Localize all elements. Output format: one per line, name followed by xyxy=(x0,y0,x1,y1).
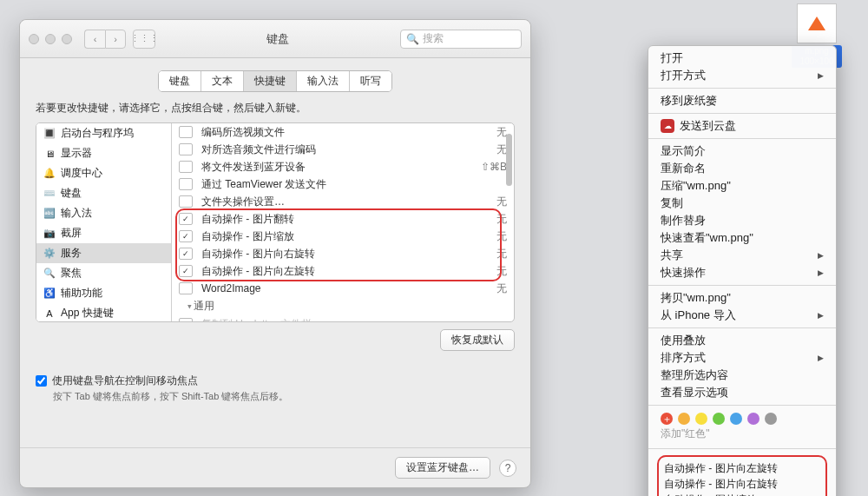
service-name: 自动操作 - 图片翻转 xyxy=(201,212,460,227)
service-row[interactable]: 自动操作 - 图片缩放无 xyxy=(172,228,514,245)
tab-shortcuts[interactable]: 快捷键 xyxy=(244,71,297,91)
menu-get-info[interactable]: 显示简介 xyxy=(648,142,836,160)
service-row[interactable]: 自动操作 - 图片翻转无 xyxy=(172,210,514,228)
category-list[interactable]: 🔳启动台与程序坞🖥显示器🔔调度中心⌨️键盘🔤输入法📷截屏⚙️服务🔍聚焦♿辅助功能… xyxy=(36,123,172,321)
tab-dictation[interactable]: 听写 xyxy=(350,71,391,91)
menu-alias[interactable]: 制作替身 xyxy=(648,212,836,229)
service-row[interactable]: 对所选音频文件进行编码无 xyxy=(172,141,514,158)
service-list[interactable]: 编码所选视频文件无对所选音频文件进行编码无将文件发送到蓝牙设备⇧⌘B通过 Tea… xyxy=(172,123,514,321)
menu-open[interactable]: 打开 xyxy=(648,50,836,67)
separator xyxy=(648,138,836,139)
tag-color[interactable] xyxy=(678,413,690,425)
tag-color[interactable] xyxy=(713,413,725,425)
menu-copy[interactable]: 复制 xyxy=(648,195,836,212)
minimize-icon[interactable] xyxy=(45,34,56,44)
category-item[interactable]: 🔔调度中心 xyxy=(36,163,171,183)
tag-color[interactable] xyxy=(747,413,760,425)
menu-auto-action[interactable]: 自动操作 - 图片向左旋转 xyxy=(664,460,820,476)
menu-share[interactable]: 共享▶ xyxy=(648,247,836,264)
service-checkbox[interactable] xyxy=(179,126,193,138)
tabs: 键盘 文本 快捷键 输入法 听写 xyxy=(20,58,530,101)
tab-selector[interactable]: 键盘 文本 快捷键 输入法 听写 xyxy=(158,70,392,92)
service-name: 自动操作 - 图片向右旋转 xyxy=(201,247,460,261)
keyboard-nav-checkbox[interactable] xyxy=(36,375,47,387)
chevron-right-icon: ▶ xyxy=(818,268,824,277)
tab-keyboard[interactable]: 键盘 xyxy=(159,71,201,91)
back-button[interactable]: ‹ xyxy=(84,30,105,49)
menu-send-cloud[interactable]: ☁发送到云盘 xyxy=(648,117,836,135)
search-placeholder: 搜索 xyxy=(423,31,444,46)
menu-sort-by[interactable]: 排序方式▶ xyxy=(648,349,836,367)
menu-auto-action[interactable]: 自动操作 - 图片向右旋转 xyxy=(664,476,820,492)
category-item[interactable]: ♿辅助功能 xyxy=(36,283,171,303)
category-item[interactable]: 🔤输入法 xyxy=(36,203,171,223)
service-checkbox[interactable] xyxy=(179,230,193,242)
menu-compress[interactable]: 压缩"wm.png" xyxy=(648,177,836,195)
bluetooth-keyboard-button[interactable]: 设置蓝牙键盘… xyxy=(395,457,490,479)
category-item[interactable]: AApp 快捷键 xyxy=(36,303,171,321)
service-row[interactable]: 编码所选视频文件无 xyxy=(172,123,514,141)
menu-show-view[interactable]: 查看显示选项 xyxy=(648,384,836,401)
service-checkbox[interactable] xyxy=(179,178,193,190)
menu-import-iphone[interactable]: 从 iPhone 导入▶ xyxy=(648,307,836,324)
highlighted-actions: 自动操作 - 图片向左旋转自动操作 - 图片向右旋转自动操作 - 图片缩放自动操… xyxy=(657,455,827,496)
service-row[interactable]: 自动操作 - 图片向左旋转无 xyxy=(172,262,514,280)
tag-color[interactable] xyxy=(695,413,707,425)
show-all-button[interactable]: ⋮⋮⋮ xyxy=(133,30,155,49)
keyboard-nav-label: 使用键盘导航在控制间移动焦点 xyxy=(52,374,198,388)
service-row[interactable]: 自动操作 - 图片向右旋转无 xyxy=(172,245,514,262)
service-row[interactable]: 文件夹操作设置…无 xyxy=(172,193,514,210)
category-item[interactable]: ⚙️服务 xyxy=(36,243,171,263)
service-row[interactable]: 通过 TeamViewer 发送文件 xyxy=(172,175,514,193)
menu-rename[interactable]: 重新命名 xyxy=(648,160,836,177)
service-checkbox[interactable] xyxy=(179,195,193,208)
tab-input[interactable]: 输入法 xyxy=(297,71,350,91)
content: 若要更改快捷键，请选择它，点按组合键，然后键入新键。 🔳启动台与程序坞🖥显示器🔔… xyxy=(20,101,530,447)
close-icon[interactable] xyxy=(29,34,39,44)
category-item[interactable]: 🖥显示器 xyxy=(36,143,171,163)
zoom-icon[interactable] xyxy=(62,34,72,44)
tag-color[interactable] xyxy=(765,413,777,425)
category-item[interactable]: ⌨️键盘 xyxy=(36,183,171,203)
window-toolbar: ‹ › ⋮⋮⋮ 键盘 🔍 搜索 xyxy=(20,20,530,58)
service-checkbox[interactable] xyxy=(179,282,193,294)
category-item[interactable]: 🔍聚焦 xyxy=(36,263,171,283)
menu-auto-action[interactable]: 自动操作 - 图片缩放 xyxy=(664,492,820,496)
menu-quick-actions[interactable]: 快速操作▶ xyxy=(648,264,836,281)
scrollbar[interactable] xyxy=(505,125,512,320)
menu-use-stacks[interactable]: 使用叠放 xyxy=(648,332,836,349)
service-row[interactable]: 将文件发送到蓝牙设备⇧⌘B xyxy=(172,158,514,175)
service-group[interactable]: 通用 xyxy=(172,297,514,315)
service-shortcut: 无 xyxy=(460,229,507,244)
scroll-thumb[interactable] xyxy=(506,134,512,186)
service-checkbox[interactable] xyxy=(179,143,193,155)
menu-quicklook[interactable]: 快速查看"wm.png" xyxy=(648,229,836,247)
service-checkbox[interactable] xyxy=(179,318,193,321)
restore-defaults-button[interactable]: 恢复成默认 xyxy=(440,329,515,351)
category-icon: 🔳 xyxy=(43,128,56,140)
service-checkbox[interactable] xyxy=(179,161,193,173)
menu-trash[interactable]: 移到废纸篓 xyxy=(648,92,836,109)
service-checkbox[interactable] xyxy=(179,248,193,260)
search-input[interactable]: 🔍 搜索 xyxy=(400,30,522,49)
service-checkbox[interactable] xyxy=(179,265,193,277)
tag-add-icon[interactable]: ＋ xyxy=(661,413,673,425)
category-label: App 快捷键 xyxy=(61,306,114,321)
service-name: 自动操作 - 图片缩放 xyxy=(201,229,460,244)
tab-text[interactable]: 文本 xyxy=(201,71,244,91)
menu-copy-item[interactable]: 拷贝"wm.png" xyxy=(648,289,836,307)
menu-open-with[interactable]: 打开方式▶ xyxy=(648,67,836,84)
forward-button[interactable]: › xyxy=(105,30,126,49)
service-name: Word2Image xyxy=(201,282,460,294)
category-item[interactable]: 📷截屏 xyxy=(36,223,171,243)
category-icon: ⌨️ xyxy=(43,188,56,200)
category-icon: 🔍 xyxy=(43,268,56,280)
category-item[interactable]: 🔳启动台与程序坞 xyxy=(36,123,171,143)
category-icon: 🖥 xyxy=(43,148,56,160)
menu-cleanup[interactable]: 整理所选内容 xyxy=(648,367,836,384)
tag-color[interactable] xyxy=(730,413,742,425)
service-row[interactable]: 复制到 Unclutter 文件栏 xyxy=(172,315,514,321)
help-button[interactable]: ? xyxy=(499,460,516,477)
service-row[interactable]: Word2Image无 xyxy=(172,280,514,297)
service-checkbox[interactable] xyxy=(179,213,193,225)
